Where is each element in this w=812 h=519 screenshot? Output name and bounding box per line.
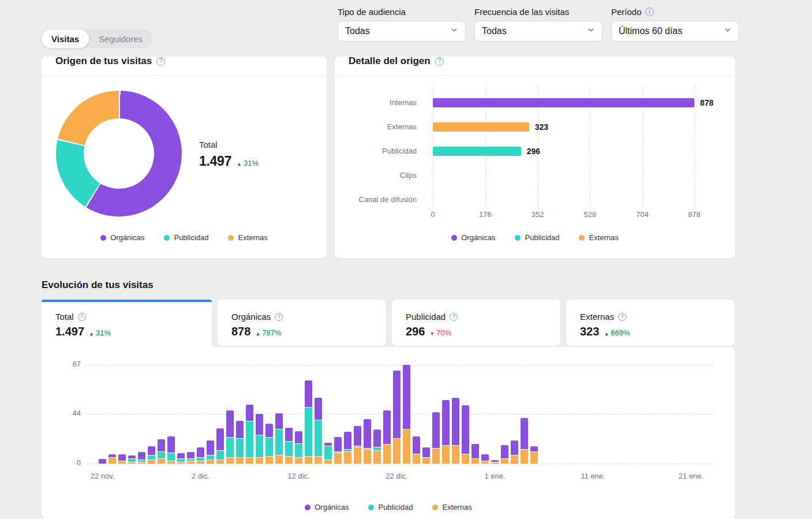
help-icon[interactable]: ? bbox=[156, 57, 165, 66]
tab-seguidores[interactable]: Seguidores bbox=[89, 29, 152, 48]
help-icon[interactable]: ? bbox=[618, 313, 626, 321]
donut-chart bbox=[56, 91, 182, 216]
bar-segment-externas bbox=[256, 458, 263, 464]
evolution-tab-total[interactable]: Total?1.497▲31% bbox=[42, 300, 212, 347]
bar-segment-externas bbox=[521, 450, 528, 464]
bar-externas bbox=[433, 122, 529, 132]
stacked-bar bbox=[472, 444, 479, 464]
info-icon[interactable]: i bbox=[645, 8, 654, 16]
legend-label: Externas bbox=[442, 503, 472, 511]
bar-segment-externas bbox=[108, 458, 116, 464]
bar-segment-externas bbox=[177, 462, 185, 464]
legend-label: Externas bbox=[589, 233, 618, 242]
stacked-bar bbox=[167, 436, 175, 464]
stacked-bar bbox=[334, 437, 342, 464]
up-arrow-icon: ▲ bbox=[237, 161, 242, 167]
stacked-bar bbox=[226, 410, 234, 464]
help-icon[interactable]: ? bbox=[450, 313, 458, 321]
bar-segment-externas bbox=[158, 459, 165, 464]
filter-group-0: Tipo de audienciaTodas bbox=[338, 7, 466, 42]
bar-segment-externas bbox=[226, 458, 234, 464]
bar-segment-publicidad bbox=[265, 438, 273, 457]
filter-dropdown-0[interactable]: Todas bbox=[338, 21, 466, 42]
gridline bbox=[85, 365, 713, 365]
legend-label: Externas bbox=[238, 233, 267, 242]
legend-item-externas: Externas bbox=[579, 233, 618, 242]
stacked-bar bbox=[177, 453, 185, 464]
tab-value-row: 1.497▲31% bbox=[55, 325, 212, 338]
bar-segment-externas bbox=[187, 461, 194, 464]
stacked-bar bbox=[364, 419, 371, 464]
evolution-tab-externas[interactable]: Externas?323▲669% bbox=[566, 300, 735, 346]
legend-item-publicidad: Publicidad bbox=[164, 233, 208, 242]
category-label: Externas bbox=[349, 122, 417, 132]
stacked-bar bbox=[324, 443, 332, 464]
delta-badge: ▲669% bbox=[604, 328, 630, 337]
legend-item-externas: Externas bbox=[228, 233, 267, 242]
bar-segment-orgánicas bbox=[393, 371, 401, 439]
help-icon[interactable]: ? bbox=[275, 313, 283, 321]
tab-visitas[interactable]: Visitas bbox=[42, 29, 89, 48]
bar-segment-orgánicas bbox=[422, 447, 430, 458]
delta-value: 669% bbox=[611, 328, 630, 337]
bar-segment-orgánicas bbox=[187, 452, 194, 459]
active-tab-indicator bbox=[42, 300, 212, 302]
bar-segment-orgánicas bbox=[265, 424, 273, 438]
stacked-bar bbox=[521, 418, 528, 464]
tab-label: Orgánicas bbox=[231, 312, 271, 322]
bar-segment-orgánicas bbox=[246, 405, 253, 421]
bar-segment-publicidad bbox=[236, 439, 244, 458]
bar-segment-externas bbox=[393, 439, 401, 464]
bar-segment-externas bbox=[462, 454, 469, 464]
x-axis-tick-label: 12 dic. bbox=[276, 472, 322, 480]
evolution-tab-publicidad[interactable]: Publicidad?296▼70% bbox=[392, 300, 560, 346]
legend-dot-icon bbox=[305, 505, 310, 510]
bar-segment-externas bbox=[472, 459, 479, 464]
bar-segment-externas bbox=[491, 462, 499, 464]
tab-value: 296 bbox=[406, 325, 425, 338]
evolution-tabs: Total?1.497▲31%Orgánicas?878▲787%Publici… bbox=[42, 300, 735, 347]
bar-segment-externas bbox=[118, 461, 126, 464]
tab-value: 1.497 bbox=[55, 325, 84, 338]
gridline bbox=[85, 464, 713, 464]
bar-segment-orgánicas bbox=[383, 410, 391, 445]
evolution-legend: OrgánicasPublicidadExternas bbox=[42, 503, 735, 511]
bar-segment-externas bbox=[315, 457, 322, 464]
stacked-bar bbox=[275, 413, 283, 464]
down-arrow-icon: ▼ bbox=[429, 331, 435, 337]
tab-label-row: Orgánicas? bbox=[231, 312, 386, 322]
stacked-bar bbox=[138, 452, 145, 464]
tab-label: Externas bbox=[580, 312, 614, 322]
bar-segment-externas bbox=[148, 460, 155, 464]
legend-item-externas: Externas bbox=[432, 503, 472, 511]
bar-segment-orgánicas bbox=[521, 418, 528, 450]
legend-dot-icon bbox=[515, 235, 521, 241]
x-axis-tick-label: 878 bbox=[677, 210, 712, 219]
bar-segment-orgánicas bbox=[413, 436, 420, 454]
evolution-tab-orgánicas[interactable]: Orgánicas?878▲787% bbox=[218, 300, 386, 346]
evolution-heading: Evolución de tus visitas bbox=[42, 279, 154, 291]
bar-segment-externas bbox=[197, 461, 204, 464]
gridline bbox=[694, 84, 695, 208]
stacked-bar bbox=[511, 440, 518, 464]
filter-dropdown-1[interactable]: Todas bbox=[474, 21, 603, 42]
tab-label: Publicidad bbox=[406, 312, 446, 322]
stacked-bar bbox=[187, 452, 194, 464]
chevron-down-icon bbox=[587, 26, 595, 36]
bar-segment-orgánicas bbox=[158, 439, 165, 452]
legend-label: Orgánicas bbox=[461, 233, 495, 242]
up-arrow-icon: ▲ bbox=[89, 331, 94, 337]
bar-segment-orgánicas bbox=[216, 428, 224, 451]
tab-value-row: 323▲669% bbox=[580, 325, 735, 338]
stacked-bar bbox=[295, 431, 302, 464]
origin-card-title-row: Origen de tus visitas ? bbox=[55, 57, 165, 70]
filter-dropdown-2[interactable]: Últimos 60 días bbox=[611, 21, 739, 42]
delta-badge: ▼70% bbox=[429, 328, 451, 337]
filter-group-1: Frecuencia de las visitasTodas bbox=[474, 7, 603, 42]
bar-segment-externas bbox=[481, 461, 489, 464]
legend-item-orgánicas: Orgánicas bbox=[100, 233, 144, 242]
help-icon[interactable]: ? bbox=[78, 313, 86, 321]
bar-segment-orgánicas bbox=[530, 446, 538, 452]
filter-selected-value: Últimos 60 días bbox=[619, 26, 682, 36]
stacked-bar bbox=[481, 454, 489, 464]
